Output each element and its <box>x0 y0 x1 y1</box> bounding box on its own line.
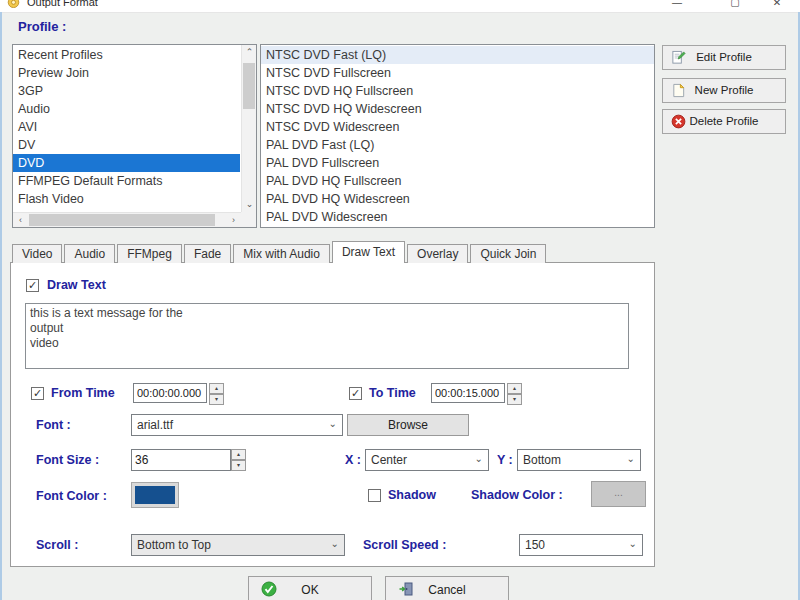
shadow-label: Shadow <box>388 488 436 502</box>
category-item-selected[interactable]: DVD <box>13 154 240 172</box>
font-size-label: Font Size : <box>36 453 99 467</box>
font-color-label: Font Color : <box>36 489 107 503</box>
tab-quick-join[interactable]: Quick Join <box>470 244 546 263</box>
spin-down-icon[interactable]: ▾ <box>231 460 246 471</box>
draw-text-input[interactable]: this is a text message for the output vi… <box>25 303 629 369</box>
window-title: Output Format <box>27 0 98 8</box>
profile-preset-list[interactable]: NTSC DVD Fast (LQ) NTSC DVD Fullscreen N… <box>260 44 655 228</box>
font-size-field[interactable] <box>131 449 231 471</box>
output-format-dialog: Output Format — ▢ ✕ Profile : Recent Pro… <box>0 0 800 600</box>
preset-item[interactable]: NTSC DVD Fullscreen <box>261 64 654 82</box>
from-time-field[interactable] <box>133 383 207 403</box>
ok-button[interactable]: OK <box>248 576 372 600</box>
font-color-swatch <box>135 486 175 504</box>
close-button[interactable]: ✕ <box>761 0 793 13</box>
to-time-field[interactable] <box>431 383 505 403</box>
scroll-value: Bottom to Top <box>137 538 211 552</box>
scrollbar-corner <box>241 212 256 227</box>
font-size-spinner[interactable]: ▴ ▾ <box>231 449 246 471</box>
scroll-combobox[interactable]: Bottom to Top ⌄ <box>131 534 345 556</box>
category-item[interactable]: DV <box>13 136 240 154</box>
scroll-up-icon[interactable]: ⌃ <box>242 45 257 60</box>
from-time-spinner[interactable]: ▴ ▾ <box>209 383 224 403</box>
tab-draw-text[interactable]: Draw Text <box>332 241 405 263</box>
preset-item[interactable]: NTSC DVD Widescreen <box>261 118 654 136</box>
spin-down-icon[interactable]: ▾ <box>507 394 522 405</box>
delete-profile-button[interactable]: Delete Profile <box>662 109 786 134</box>
profile-section-label: Profile : <box>18 19 66 34</box>
category-item[interactable]: Recent Profiles <box>13 46 240 64</box>
tab-overlay[interactable]: Overlay <box>407 244 468 263</box>
shadow-color-button[interactable]: ... <box>591 481 646 507</box>
browse-button[interactable]: Browse <box>347 414 469 436</box>
horizontal-scroll-thumb[interactable] <box>29 214 215 226</box>
scroll-label: Scroll : <box>36 538 78 552</box>
preset-item[interactable]: PAL DVD Widescreen <box>261 208 654 226</box>
category-item[interactable]: Flash Video <box>13 190 240 208</box>
to-time-label: To Time <box>369 386 416 400</box>
y-position-label: Y : <box>497 453 513 467</box>
font-label: Font : <box>36 418 71 432</box>
x-position-combobox[interactable]: Center ⌄ <box>365 449 489 471</box>
spin-down-icon[interactable]: ▾ <box>209 394 224 405</box>
category-item[interactable]: AVI <box>13 118 240 136</box>
app-icon <box>7 0 20 8</box>
x-position-label: X : <box>345 453 361 467</box>
edit-profile-button[interactable]: Edit Profile <box>662 45 786 70</box>
to-time-checkbox[interactable]: ✓ <box>349 387 362 400</box>
vertical-scroll-thumb[interactable] <box>243 63 255 109</box>
category-item[interactable]: Audio <box>13 100 240 118</box>
category-item[interactable]: Preview Join <box>13 64 240 82</box>
draw-text-checkbox[interactable]: ✓ <box>26 279 39 292</box>
scroll-down-icon[interactable]: ⌄ <box>242 197 257 212</box>
scroll-speed-combobox[interactable]: 150 ⌄ <box>519 534 643 556</box>
tab-video[interactable]: Video <box>12 244 62 263</box>
preset-item[interactable]: PAL DVD Fast (LQ) <box>261 136 654 154</box>
scroll-speed-value: 150 <box>525 538 545 552</box>
tab-ffmpeg[interactable]: FFMpeg <box>117 244 182 263</box>
spin-up-icon[interactable]: ▴ <box>507 383 522 394</box>
spin-up-icon[interactable]: ▴ <box>231 449 246 460</box>
minimize-button[interactable]: — <box>661 0 693 13</box>
spin-up-icon[interactable]: ▴ <box>209 383 224 394</box>
preset-item[interactable]: PAL DVD Fullscreen <box>261 154 654 172</box>
window-border-left <box>0 12 2 600</box>
chevron-down-icon: ⌄ <box>331 534 339 554</box>
y-position-combobox[interactable]: Bottom ⌄ <box>517 449 641 471</box>
preset-item-highlighted[interactable]: NTSC DVD Fast (LQ) <box>261 46 654 64</box>
maximize-button[interactable]: ▢ <box>719 0 751 13</box>
scroll-right-icon[interactable]: › <box>226 213 241 228</box>
from-time-checkbox[interactable]: ✓ <box>31 387 44 400</box>
category-items: Recent Profiles Preview Join 3GP Audio A… <box>13 46 240 211</box>
new-profile-label: New Profile <box>663 84 785 96</box>
chevron-down-icon: ⌄ <box>629 534 637 554</box>
cancel-button[interactable]: Cancel <box>385 576 509 600</box>
to-time-spinner[interactable]: ▴ ▾ <box>507 383 522 403</box>
font-color-picker[interactable] <box>131 482 179 508</box>
new-profile-button[interactable]: New Profile <box>662 78 786 103</box>
category-item[interactable]: 3GP <box>13 82 240 100</box>
shadow-color-label: Shadow Color : <box>471 488 563 502</box>
preset-item[interactable]: NTSC DVD HQ Fullscreen <box>261 82 654 100</box>
from-time-label: From Time <box>51 386 115 400</box>
preset-item[interactable]: PAL DVD HQ Widescreen <box>261 190 654 208</box>
font-combobox-value: arial.ttf <box>137 418 173 432</box>
preset-item[interactable]: NTSC DVD HQ Widescreen <box>261 100 654 118</box>
chevron-down-icon: ⌄ <box>627 449 635 469</box>
vertical-scrollbar[interactable]: ⌃ ⌄ <box>241 45 256 212</box>
chevron-down-icon: ⌄ <box>329 414 337 434</box>
tab-fade[interactable]: Fade <box>184 244 231 263</box>
category-item[interactable]: H264 <box>13 208 240 211</box>
category-item[interactable]: FFMPEG Default Formats <box>13 172 240 190</box>
font-combobox[interactable]: arial.ttf ⌄ <box>131 414 343 436</box>
shadow-checkbox[interactable] <box>368 489 381 502</box>
tab-mix-with-audio[interactable]: Mix with Audio <box>233 244 330 263</box>
scroll-left-icon[interactable]: ‹ <box>13 213 28 228</box>
delete-profile-label: Delete Profile <box>663 115 785 127</box>
profile-category-list[interactable]: Recent Profiles Preview Join 3GP Audio A… <box>12 44 257 228</box>
horizontal-scrollbar[interactable]: ‹ › <box>13 212 241 227</box>
tab-audio[interactable]: Audio <box>64 244 115 263</box>
settings-tabbar: Video Audio FFMpeg Fade Mix with Audio D… <box>12 244 548 263</box>
title-bar: Output Format — ▢ ✕ <box>0 0 800 13</box>
preset-item[interactable]: PAL DVD HQ Fullscreen <box>261 172 654 190</box>
